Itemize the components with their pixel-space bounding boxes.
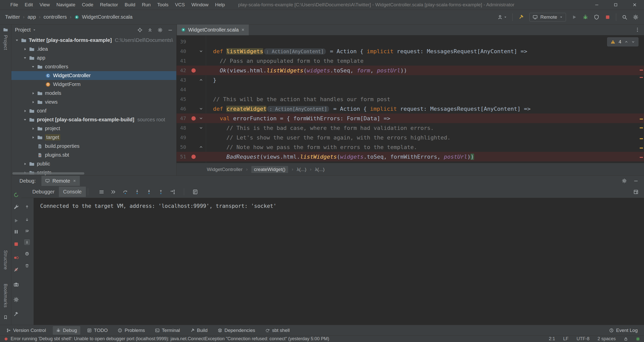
tree-item-views[interactable]: views <box>11 98 176 106</box>
user-menu-button[interactable] <box>498 15 507 20</box>
tree-item-project[interactable]: project <box>11 124 176 133</box>
stripe-mark-warning[interactable] <box>640 148 643 149</box>
next-problem-icon[interactable] <box>631 40 635 44</box>
tree-item-models[interactable]: models <box>11 89 176 98</box>
caret-position[interactable]: 2:1 <box>549 336 555 341</box>
up-stack-trace-icon[interactable] <box>24 204 30 210</box>
print-icon[interactable] <box>24 251 30 256</box>
show-execution-point-icon[interactable] <box>111 189 116 195</box>
debug-session-tab[interactable]: Remote <box>41 176 80 186</box>
resume-icon[interactable] <box>13 218 19 223</box>
stripe-structure[interactable]: Structure <box>3 250 8 270</box>
chevron-down-icon[interactable] <box>15 38 19 42</box>
tree-item-target[interactable]: target <box>11 133 176 142</box>
minimize-button[interactable] <box>587 0 606 10</box>
debug-button[interactable] <box>583 14 588 20</box>
tree-item-build-properties[interactable]: build.properties <box>11 142 176 151</box>
restore-layout-icon[interactable] <box>633 189 638 194</box>
tree-item-controllers[interactable]: controllers <box>11 62 176 71</box>
chevron-down-icon[interactable] <box>23 118 27 122</box>
code-line-42[interactable]: 42 Ok(views.html.listWidgets(widgets.toS… <box>177 66 644 75</box>
breadcrumb-controllers[interactable]: controllers <box>43 14 67 20</box>
toolwindow-button-version-control[interactable]: Version Control <box>3 326 49 335</box>
breadcrumb-app[interactable]: app <box>28 14 36 20</box>
menu-vcs[interactable]: VCS <box>172 0 188 10</box>
bookmark-icon[interactable] <box>3 315 8 320</box>
run-to-cursor-icon[interactable] <box>170 189 176 195</box>
stripe-mark-error[interactable] <box>640 70 643 71</box>
tab-console[interactable]: Console <box>59 187 86 197</box>
fold-open-icon[interactable] <box>199 126 203 130</box>
tree-item-idea[interactable]: .idea <box>11 45 176 53</box>
inspections-indicator[interactable] <box>636 337 640 341</box>
toolwindow-button-todo[interactable]: TODO <box>84 326 111 335</box>
chevron-right-icon[interactable] <box>23 162 27 166</box>
fold-close-icon[interactable] <box>199 145 203 149</box>
pin-icon[interactable] <box>13 311 19 317</box>
editor-breadcrumb-[interactable]: λ(...) <box>297 167 306 172</box>
indent-indicator[interactable]: 2 spaces <box>598 336 616 341</box>
line-number[interactable]: 43 <box>177 77 186 83</box>
menu-refactor[interactable]: Refactor <box>97 0 121 10</box>
menu-tools[interactable]: Tools <box>154 0 172 10</box>
chevron-down-icon[interactable] <box>31 65 35 69</box>
line-number[interactable]: 44 <box>177 87 186 93</box>
toolwindow-button-terminal[interactable]: Terminal <box>152 326 183 335</box>
toolwindow-button-dependencies[interactable]: Dependencies <box>214 326 258 335</box>
run-configuration-select[interactable]: Remote <box>529 13 566 21</box>
view-breakpoints-icon[interactable] <box>13 255 19 261</box>
project-stripe-icon[interactable] <box>3 27 8 32</box>
code-line-48[interactable]: 48 // This is the bad case, where the fo… <box>177 123 644 133</box>
pause-icon[interactable] <box>13 229 19 235</box>
maximize-button[interactable] <box>606 0 625 10</box>
editor-breadcrumb-widgetcontroller[interactable]: WidgetController <box>207 167 243 172</box>
close-session-icon[interactable] <box>73 179 76 182</box>
menu-build[interactable]: Build <box>121 0 138 10</box>
line-number[interactable]: 45 <box>177 96 186 102</box>
breadcrumb-twitter[interactable]: Twitter <box>5 14 20 20</box>
tree-item-twitter-play-scala-forms-example[interactable]: Twitter [play-scala-forms-example]C:\Use… <box>11 36 176 45</box>
line-number[interactable]: 40 <box>177 48 186 54</box>
scroll-to-end-icon[interactable] <box>24 239 30 245</box>
run-button[interactable] <box>572 14 577 20</box>
stripe-mark-warning[interactable] <box>640 119 643 120</box>
code-line-47[interactable]: 47 val errorFunction = { formWithErrors:… <box>177 113 644 123</box>
code-line-51[interactable]: 51 BadRequest(views.html.listWidgets(wid… <box>177 152 644 161</box>
down-stack-trace-icon[interactable] <box>24 217 30 222</box>
chevron-right-icon[interactable] <box>31 127 35 131</box>
line-number[interactable]: 41 <box>177 58 186 64</box>
tree-item-project-play-scala-forms-example-build[interactable]: project [play-scala-forms-example-build]… <box>11 115 176 124</box>
hide-debug-icon[interactable] <box>633 178 638 183</box>
line-number[interactable]: 42 <box>177 67 186 73</box>
chevron-down-icon[interactable] <box>23 56 27 60</box>
code-line-46[interactable]: 46 def createWidget: Action[AnyContent] … <box>177 104 644 113</box>
editor-breadcrumb-[interactable]: λ(...) <box>315 167 325 172</box>
breakpoint-icon[interactable] <box>191 68 196 73</box>
tab-close-icon[interactable] <box>241 28 245 32</box>
step-into-icon[interactable] <box>134 189 140 195</box>
fold-open-icon[interactable] <box>199 116 203 120</box>
line-number[interactable]: 39 <box>177 39 186 45</box>
tree-item-plugins-sbt[interactable]: plugins.sbt <box>11 151 176 159</box>
code-line-50[interactable]: 50 // Note how we pass the form with err… <box>177 142 644 152</box>
menu-code[interactable]: Code <box>79 0 96 10</box>
code-line-44[interactable]: 44 <box>177 85 644 94</box>
line-number[interactable]: 46 <box>177 106 186 112</box>
toolwindow-button-sbt-shell[interactable]: sbt shell <box>262 326 293 335</box>
menu-file[interactable]: File <box>7 0 21 10</box>
debug-settings-icon[interactable] <box>622 178 627 183</box>
code-editor[interactable]: 3940 def listWidgets: Action[AnyContent]… <box>177 35 644 163</box>
code-line-40[interactable]: 40 def listWidgets: Action[AnyContent] =… <box>177 46 644 56</box>
lock-icon[interactable] <box>624 337 628 341</box>
clear-all-icon[interactable] <box>24 263 30 268</box>
fold-open-icon[interactable] <box>199 107 203 111</box>
line-number[interactable]: 49 <box>177 134 186 140</box>
code-line-43[interactable]: 43 } <box>177 75 644 85</box>
line-number[interactable]: 50 <box>177 144 186 150</box>
menu-run[interactable]: Run <box>139 0 154 10</box>
settings-button[interactable] <box>633 14 638 20</box>
hide-panel-button[interactable] <box>168 27 173 33</box>
tab-options-icon[interactable] <box>635 27 640 32</box>
toolwindow-button-build[interactable]: Build <box>187 326 211 335</box>
chevron-right-icon[interactable] <box>23 109 27 113</box>
